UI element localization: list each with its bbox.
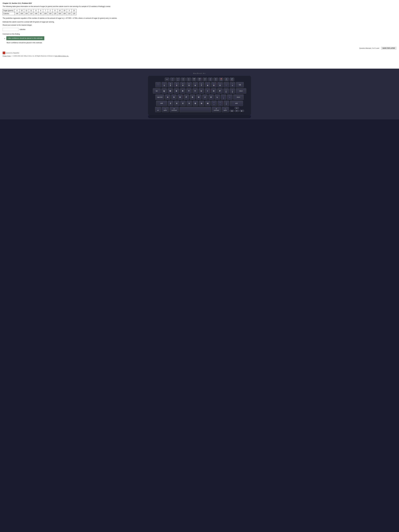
key-minus[interactable]: _-: [223, 82, 229, 88]
key-f1[interactable]: ☀F1: [170, 78, 175, 81]
key-9[interactable]: (9: [211, 82, 217, 88]
key-1[interactable]: !1: [162, 82, 167, 88]
key-ctrl-left[interactable]: ⌃ctrl: [155, 107, 161, 112]
key-slash[interactable]: ?/: [224, 101, 229, 106]
key-command-left[interactable]: ⌘command: [170, 107, 179, 112]
key-h[interactable]: H: [196, 95, 202, 100]
key-y[interactable]: Y: [192, 88, 198, 94]
key-f7[interactable]: ⏮F7: [203, 78, 207, 81]
key-period[interactable]: >.: [217, 101, 223, 106]
key-f3[interactable]: ⊞F3: [181, 78, 186, 81]
key-g[interactable]: G: [190, 95, 195, 100]
key-v[interactable]: V: [186, 101, 192, 106]
key-3[interactable]: #3: [174, 82, 179, 88]
key-lbracket[interactable]: {[: [223, 88, 229, 94]
key-tab[interactable]: tab: [153, 88, 161, 94]
attempts-text: Question Attempts: 0 of 2 used: [359, 47, 379, 49]
arrow-lr-row: ◀ ▼ ▶: [230, 110, 244, 112]
key-4[interactable]: $4: [180, 82, 186, 88]
option1-row: ✓ Little confidence should be placed in …: [4, 36, 396, 41]
option2-text[interactable]: Much confidence should be placed in this…: [6, 41, 43, 44]
key-shift-right[interactable]: shift: [230, 101, 243, 106]
comment-label: Comment on this finding.: [3, 33, 396, 35]
key-comma[interactable]: <,: [211, 101, 217, 106]
sugar-label: Sugar (grams): [3, 9, 15, 12]
key-f12[interactable]: 🔊F12: [230, 78, 234, 81]
number-key-row: ~` !1 @2 #3 $4 %5 ^6 &7: [150, 82, 249, 88]
calories-input[interactable]: [3, 28, 19, 31]
key-quote[interactable]: "': [227, 95, 233, 100]
arrow-cluster: ▲ ◀ ▼ ▶: [230, 107, 244, 112]
key-j[interactable]: J: [202, 95, 208, 100]
key-0[interactable]: )0: [217, 82, 223, 88]
privacy-row: Privacy Policy | © 2000-2020 John Wiley …: [3, 55, 396, 57]
key-f8[interactable]: ⏯F8: [208, 78, 213, 81]
option2-row: Much confidence should be placed in this…: [4, 41, 396, 44]
key-c[interactable]: C: [180, 101, 186, 106]
key-q[interactable]: Q: [161, 88, 167, 94]
key-f2[interactable]: ☀F2: [176, 78, 180, 81]
key-l[interactable]: L: [215, 95, 220, 100]
copyright-text: © 2000-2020 John Wiley & Sons, Inc. All …: [13, 55, 69, 57]
option1-box[interactable]: Little confidence should be placed in th…: [6, 36, 44, 40]
key-return-2[interactable]: return: [233, 95, 244, 100]
key-shift-left[interactable]: shift: [156, 101, 167, 106]
powered-by-section: powered by Maple|Net: [3, 52, 396, 54]
powered-by-label: powered by: [6, 52, 13, 54]
key-x[interactable]: X: [174, 101, 180, 106]
key-z[interactable]: Z: [168, 101, 173, 106]
key-2[interactable]: @2: [168, 82, 173, 88]
key-space[interactable]: [179, 107, 211, 112]
key-b[interactable]: B: [193, 101, 198, 106]
key-rbracket[interactable]: }]: [230, 88, 235, 94]
key-esc[interactable]: esc: [165, 78, 169, 81]
key-f5[interactable]: ⌨F5: [192, 78, 196, 81]
key-f[interactable]: F: [184, 95, 189, 100]
calories-unit-label: calories: [19, 28, 25, 31]
save-for-later-button[interactable]: SAVE FOR LATER: [381, 47, 396, 50]
key-backtick[interactable]: ~`: [155, 82, 161, 88]
key-o[interactable]: O: [211, 88, 216, 94]
key-r[interactable]: R: [180, 88, 185, 94]
key-caps-lock[interactable]: caps lock: [155, 95, 164, 100]
key-option-left[interactable]: ⌥option: [162, 107, 169, 112]
key-m[interactable]: M: [205, 101, 211, 106]
key-n[interactable]: N: [199, 101, 204, 106]
answer-row: calories: [3, 28, 396, 31]
key-k[interactable]: K: [208, 95, 214, 100]
key-arrow-right[interactable]: ▶: [240, 110, 244, 112]
key-f9[interactable]: ⏭F9: [213, 78, 218, 81]
estimate-text: Estimate the calorie count for a cereal …: [3, 21, 396, 23]
key-return[interactable]: return: [236, 88, 246, 94]
key-backspace[interactable]: ⌫: [236, 82, 244, 88]
key-5[interactable]: %5: [186, 82, 192, 88]
key-8[interactable]: *8: [205, 82, 210, 88]
key-a[interactable]: A: [165, 95, 171, 100]
key-arrow-up[interactable]: ▲: [234, 107, 239, 109]
key-f4[interactable]: ⊟F4: [186, 78, 191, 81]
key-command-right[interactable]: ⌘command: [212, 107, 221, 112]
key-6[interactable]: ^6: [192, 82, 198, 88]
key-equals[interactable]: +=: [230, 82, 235, 88]
key-option-right[interactable]: ⌥option: [222, 107, 229, 112]
key-f10[interactable]: 🔇F10: [219, 78, 223, 81]
key-d[interactable]: D: [177, 95, 183, 100]
key-w[interactable]: W: [168, 88, 173, 94]
keyboard: esc ☀F1 ☀F2 ⊞F3 ⊟F4 ⌨F5 ⌨F6 ⏮F7: [148, 76, 251, 115]
key-s[interactable]: S: [171, 95, 177, 100]
key-7[interactable]: &7: [199, 82, 204, 88]
wiley-link[interactable]: John Wiley & Sons, Inc.: [55, 55, 69, 57]
problem-intro: The following table gives information on…: [3, 5, 396, 8]
key-i[interactable]: I: [205, 88, 210, 94]
equation-text: The predictive regression equation of th…: [3, 17, 396, 19]
key-f11[interactable]: 🔉F11: [224, 78, 229, 81]
key-semicolon[interactable]: :;: [221, 95, 226, 100]
key-f6[interactable]: ⌨F6: [197, 78, 202, 81]
key-arrow-left[interactable]: ◀: [230, 110, 234, 112]
key-e[interactable]: E: [174, 88, 179, 94]
privacy-policy-link[interactable]: Privacy Policy: [3, 55, 11, 57]
key-arrow-down[interactable]: ▼: [234, 110, 239, 112]
key-u[interactable]: U: [199, 88, 204, 94]
key-p[interactable]: P: [217, 88, 223, 94]
key-t[interactable]: T: [186, 88, 192, 94]
